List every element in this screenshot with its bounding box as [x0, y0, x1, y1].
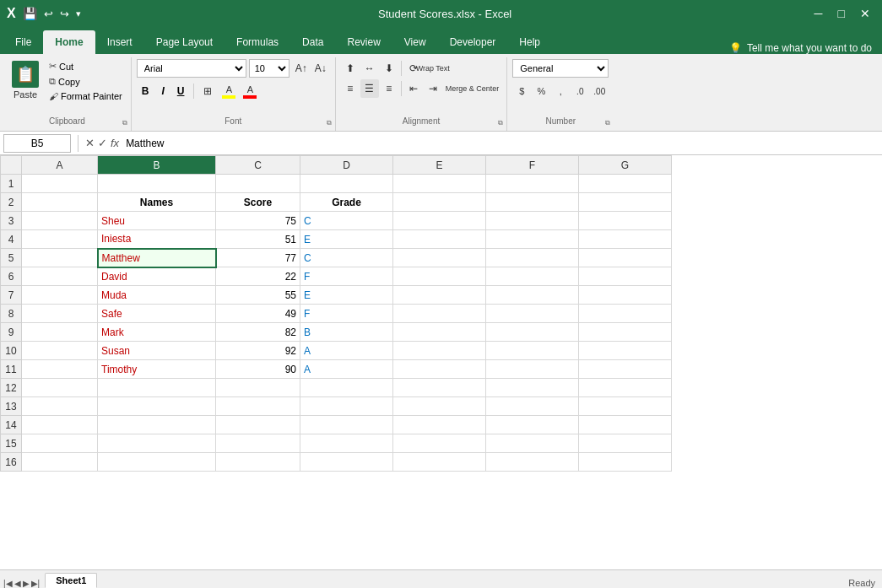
cell-e11[interactable] — [393, 360, 486, 379]
cell-e13[interactable] — [393, 397, 486, 416]
italic-button[interactable]: I — [156, 82, 169, 100]
cell-b3[interactable]: Sheu — [98, 212, 216, 230]
cell-d11[interactable]: A — [300, 360, 393, 379]
cell-b10[interactable]: Susan — [98, 342, 216, 360]
cell-a5[interactable] — [22, 249, 98, 267]
align-left-button[interactable]: ≡ — [341, 79, 360, 98]
cell-d10[interactable]: A — [300, 342, 393, 360]
cell-a1[interactable] — [22, 175, 98, 193]
cell-e9[interactable] — [393, 323, 486, 342]
cell-g16[interactable] — [579, 453, 672, 472]
cell-b4[interactable]: Iniesta — [98, 230, 216, 249]
cell-a14[interactable] — [22, 416, 98, 434]
cell-d15[interactable] — [300, 434, 393, 453]
cell-f7[interactable] — [486, 286, 579, 305]
cell-g3[interactable] — [579, 212, 672, 230]
align-right-button[interactable]: ≡ — [380, 79, 398, 98]
comma-button[interactable]: , — [551, 82, 570, 100]
col-header-f[interactable]: F — [486, 156, 579, 175]
cell-f5[interactable] — [486, 249, 579, 267]
cell-a11[interactable] — [22, 360, 98, 379]
cell-a3[interactable] — [22, 212, 98, 230]
number-format-select[interactable]: General — [512, 59, 609, 78]
cell-a9[interactable] — [22, 323, 98, 342]
tab-review[interactable]: Review — [335, 30, 392, 54]
font-color-button[interactable]: A — [241, 82, 259, 100]
cell-e1[interactable] — [393, 175, 486, 193]
cell-g5[interactable] — [579, 249, 672, 267]
currency-button[interactable]: $ — [512, 82, 531, 100]
cell-e12[interactable] — [393, 379, 486, 397]
col-header-d[interactable]: D — [300, 156, 393, 175]
row-header-15[interactable]: 15 — [1, 434, 22, 453]
cell-g1[interactable] — [579, 175, 672, 193]
row-header-13[interactable]: 13 — [1, 397, 22, 416]
tab-developer[interactable]: Developer — [438, 30, 508, 54]
cell-e5[interactable] — [393, 249, 486, 267]
cell-a4[interactable] — [22, 230, 98, 249]
cell-b7[interactable]: Muda — [98, 286, 216, 305]
cell-c13[interactable] — [216, 397, 300, 416]
cell-b9[interactable]: Mark — [98, 323, 216, 342]
cell-f12[interactable] — [486, 379, 579, 397]
wrap-text-button[interactable]: Wrap Text — [424, 59, 442, 78]
cell-b13[interactable] — [98, 397, 216, 416]
cell-d3[interactable]: C — [300, 212, 393, 230]
align-top-button[interactable]: ⬆ — [341, 59, 360, 78]
cell-e2[interactable] — [393, 193, 486, 212]
cell-d12[interactable] — [300, 379, 393, 397]
next-sheet-icon[interactable]: ▶ — [23, 579, 30, 588]
align-middle-button[interactable]: ↔ — [360, 59, 379, 78]
number-expand-icon[interactable]: ⧉ — [605, 119, 610, 127]
row-header-4[interactable]: 4 — [1, 230, 22, 249]
row-header-11[interactable]: 11 — [1, 360, 22, 379]
cell-e10[interactable] — [393, 342, 486, 360]
cell-d7[interactable]: E — [300, 286, 393, 305]
cell-a16[interactable] — [22, 453, 98, 472]
cell-d16[interactable] — [300, 453, 393, 472]
cell-f16[interactable] — [486, 453, 579, 472]
cell-g13[interactable] — [579, 397, 672, 416]
cell-a6[interactable] — [22, 267, 98, 286]
cancel-formula-icon[interactable]: ✕ — [85, 137, 95, 149]
cell-c14[interactable] — [216, 416, 300, 434]
cell-d4[interactable]: E — [300, 230, 393, 249]
clipboard-expand-icon[interactable]: ⧉ — [122, 119, 127, 127]
cell-d6[interactable]: F — [300, 267, 393, 286]
cell-g8[interactable] — [579, 305, 672, 323]
cell-d2[interactable]: Grade — [300, 193, 393, 212]
col-header-g[interactable]: G — [579, 156, 672, 175]
row-header-12[interactable]: 12 — [1, 379, 22, 397]
cut-button[interactable]: ✂ Cut — [46, 59, 126, 73]
cell-b11[interactable]: Timothy — [98, 360, 216, 379]
font-expand-icon[interactable]: ⧉ — [327, 119, 332, 127]
cell-f13[interactable] — [486, 397, 579, 416]
last-sheet-icon[interactable]: ▶| — [31, 579, 41, 588]
undo-icon[interactable]: ↩ — [44, 8, 53, 20]
cell-c1[interactable] — [216, 175, 300, 193]
fill-color-button[interactable]: A — [219, 82, 238, 100]
cell-f14[interactable] — [486, 416, 579, 434]
format-painter-button[interactable]: 🖌 Format Painter — [46, 89, 126, 103]
cell-c5[interactable]: 77 — [216, 249, 300, 267]
cell-d14[interactable] — [300, 416, 393, 434]
cell-g15[interactable] — [579, 434, 672, 453]
cell-b15[interactable] — [98, 434, 216, 453]
cell-g4[interactable] — [579, 230, 672, 249]
cell-d13[interactable] — [300, 397, 393, 416]
tab-file[interactable]: File — [3, 30, 43, 54]
cell-d1[interactable] — [300, 175, 393, 193]
cell-e16[interactable] — [393, 453, 486, 472]
row-header-14[interactable]: 14 — [1, 416, 22, 434]
cell-c16[interactable] — [216, 453, 300, 472]
tab-data[interactable]: Data — [290, 30, 335, 54]
decrease-indent-button[interactable]: ⇤ — [404, 79, 423, 98]
row-header-5[interactable]: 5 — [1, 249, 22, 267]
save-icon[interactable]: 💾 — [23, 7, 37, 20]
cell-g9[interactable] — [579, 323, 672, 342]
close-icon[interactable]: ✕ — [855, 7, 875, 20]
col-header-c[interactable]: C — [216, 156, 300, 175]
col-header-b[interactable]: B — [98, 156, 216, 175]
row-header-9[interactable]: 9 — [1, 323, 22, 342]
row-header-7[interactable]: 7 — [1, 286, 22, 305]
